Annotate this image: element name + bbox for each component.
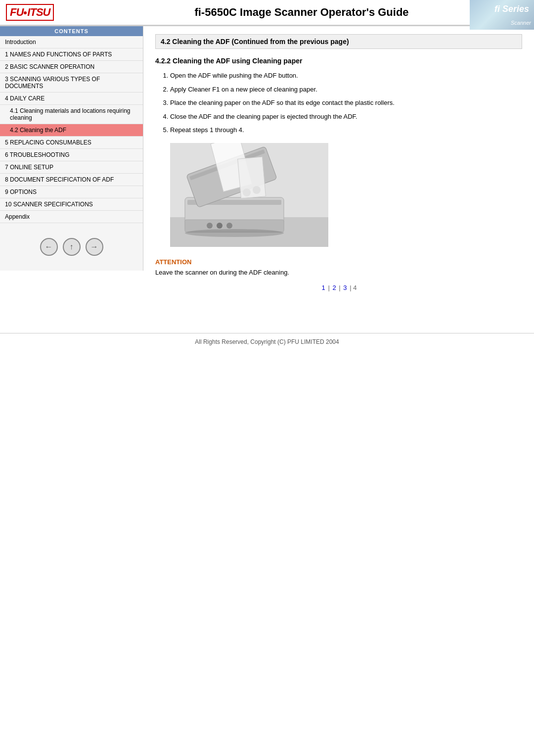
step-1: Open the ADF while pushing the ADF butto… xyxy=(170,71,522,81)
nav-up-button[interactable]: ↑ xyxy=(63,238,81,256)
sidebar-item-4-2[interactable]: 4.2 Cleaning the ADF xyxy=(0,124,143,137)
subsection-title: 4.2.2 Cleaning the ADF using Cleaning pa… xyxy=(155,57,522,65)
sidebar-item-1[interactable]: 1 NAMES AND FUNCTIONS OF PARTS xyxy=(0,48,143,61)
sidebar-item-3[interactable]: 3 SCANNING VARIOUS TYPES OF DOCUMENTS xyxy=(0,73,143,93)
logo-area: FUITSU xyxy=(6,4,65,21)
svg-point-14 xyxy=(185,229,284,237)
sidebar-item-4[interactable]: 4 DAILY CARE xyxy=(0,93,143,105)
fi-series-subtext: Scanner xyxy=(511,20,531,26)
svg-point-10 xyxy=(226,223,232,229)
nav-back-button[interactable]: ← xyxy=(40,238,58,256)
page-title: fi-5650C Image Scanner Operator's Guide xyxy=(65,6,528,19)
page-sep-2: | xyxy=(339,284,342,291)
sidebar-contents-header: CONTENTS xyxy=(0,26,143,36)
attention-text: Leave the scanner on during the ADF clea… xyxy=(155,269,522,276)
page-link-2[interactable]: 2 xyxy=(332,284,336,291)
sidebar-item-9[interactable]: 9 OPTIONS xyxy=(0,186,143,198)
sidebar-item-6[interactable]: 6 TROUBLESHOOTING xyxy=(0,149,143,161)
step-5: Repeat steps 1 through 4. xyxy=(170,125,522,135)
sidebar-item-4-1[interactable]: 4.1 Cleaning materials and locations req… xyxy=(0,105,143,124)
sidebar-item-introduction[interactable]: Introduction xyxy=(0,36,143,48)
page-link-3[interactable]: 3 xyxy=(343,284,347,291)
copyright-text: All Rights Reserved, Copyright (C) PFU L… xyxy=(195,338,339,345)
page-current: 4 xyxy=(353,284,356,291)
step-3: Place the cleaning paper on the ADF so t… xyxy=(170,98,522,108)
content-area: 4.2 Cleaning the ADF (Continued from the… xyxy=(143,26,534,323)
page-navigation: 1 | 2 | 3 | 4 xyxy=(155,284,522,291)
section-title: 4.2 Cleaning the ADF (Continued from the… xyxy=(155,34,522,49)
page-sep-1: | xyxy=(328,284,331,291)
sidebar-item-10[interactable]: 10 SCANNER SPECIFICATIONS xyxy=(0,198,143,211)
svg-point-9 xyxy=(217,223,222,229)
scanner-image-container xyxy=(170,143,522,248)
svg-point-8 xyxy=(207,223,213,229)
sidebar-nav: ← ↑ → xyxy=(0,233,143,261)
footer: All Rights Reserved, Copyright (C) PFU L… xyxy=(0,333,534,350)
svg-rect-13 xyxy=(238,156,266,198)
sidebar-item-2[interactable]: 2 BASIC SCANNER OPERATION xyxy=(0,61,143,73)
header: FUITSU fi-5650C Image Scanner Operator's… xyxy=(0,0,534,26)
main-layout: CONTENTS Introduction 1 NAMES AND FUNCTI… xyxy=(0,26,534,323)
fi-series-text: fi Series xyxy=(494,4,529,14)
steps-list: Open the ADF while pushing the ADF butto… xyxy=(155,71,522,135)
fujitsu-logo: FUITSU xyxy=(6,4,54,21)
sidebar-item-7[interactable]: 7 ONLINE SETUP xyxy=(0,161,143,174)
step-2: Apply Cleaner F1 on a new piece of clean… xyxy=(170,85,522,94)
scanner-image xyxy=(170,143,328,247)
sidebar-item-appendix[interactable]: Appendix xyxy=(0,211,143,223)
sidebar-item-5[interactable]: 5 REPLACING CONSUMABLES xyxy=(0,137,143,149)
sidebar-item-8[interactable]: 8 DOCUMENT SPECIFICATION OF ADF xyxy=(0,174,143,186)
sidebar: CONTENTS Introduction 1 NAMES AND FUNCTI… xyxy=(0,26,143,271)
nav-forward-button[interactable]: → xyxy=(86,238,103,256)
attention-label: ATTENTION xyxy=(155,258,522,266)
step-4: Close the ADF and the cleaning paper is … xyxy=(170,112,522,122)
fi-series-badge: fi Series Scanner xyxy=(470,0,534,30)
page-link-1[interactable]: 1 xyxy=(322,284,325,291)
